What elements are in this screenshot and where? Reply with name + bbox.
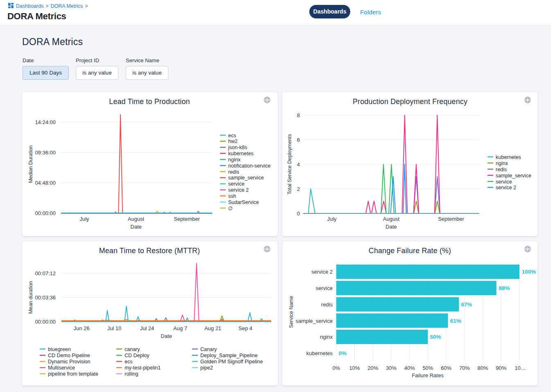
svg-text:July: July [79, 216, 89, 222]
svg-text:Date: Date [161, 333, 172, 339]
svg-text:90%: 90% [496, 365, 506, 371]
svg-text:service: service [496, 179, 512, 185]
svg-text:Production Deployment Frequenc: Production Deployment Frequency [353, 97, 467, 106]
svg-text:kubernetes: kubernetes [228, 151, 254, 156]
svg-text:pipeline from template: pipeline from template [48, 371, 98, 377]
svg-text:61%: 61% [450, 318, 461, 324]
svg-text:20%: 20% [367, 365, 378, 371]
svg-text:0%: 0% [339, 350, 347, 356]
svg-text:09:36:00: 09:36:00 [35, 150, 56, 156]
svg-text:redis: redis [228, 169, 239, 175]
svg-text:Mean Time to Restore (MTTR): Mean Time to Restore (MTTR) [99, 247, 200, 255]
svg-text:00:03:36: 00:03:36 [35, 295, 56, 301]
svg-text:00:00:00: 00:00:00 [35, 210, 56, 216]
svg-text:Service Name: Service Name [288, 296, 294, 328]
svg-text:CD Demo Pipeline: CD Demo Pipeline [48, 353, 90, 358]
svg-text:Aug 7: Aug 7 [173, 325, 187, 331]
svg-text:pipe2: pipe2 [200, 365, 213, 371]
svg-text:hw2: hw2 [228, 138, 238, 144]
svg-text:CD Deploy: CD Deploy [125, 353, 150, 358]
svg-text:Total Service Deployments: Total Service Deployments [287, 134, 293, 195]
svg-text:nginx: nginx [496, 161, 508, 166]
svg-text:0: 0 [297, 211, 300, 217]
svg-text:Failure Rates: Failure Rates [412, 372, 444, 378]
svg-text:50%: 50% [422, 365, 433, 371]
svg-text:canary: canary [125, 347, 140, 352]
svg-text:ecs: ecs [125, 359, 132, 365]
svg-text:70%: 70% [459, 365, 470, 371]
svg-text:August: August [383, 216, 400, 222]
svg-text:40%: 40% [404, 365, 415, 371]
svg-text:50%: 50% [430, 334, 441, 340]
svg-text:Lead Time to Production: Lead Time to Production [109, 97, 190, 106]
svg-text:rolling: rolling [125, 371, 138, 377]
svg-text:kubernetes: kubernetes [306, 350, 333, 356]
svg-text:Golden PM Signoff Pipeline: Golden PM Signoff Pipeline [200, 359, 263, 365]
svg-text:10%: 10% [349, 365, 360, 371]
svg-text:80%: 80% [478, 365, 488, 371]
svg-text:Canary: Canary [200, 347, 217, 352]
svg-text:88%: 88% [499, 285, 510, 291]
svg-text:my-test-pipelin1: my-test-pipelin1 [125, 365, 161, 371]
svg-text:Jun 26: Jun 26 [73, 325, 89, 331]
svg-text:Dynamic Provision: Dynamic Provision [48, 359, 91, 365]
svg-text:sample_service: sample_service [296, 318, 333, 324]
svg-text:service: service [316, 285, 333, 291]
svg-text:Sep 4: Sep 4 [238, 325, 252, 331]
svg-text:service: service [228, 181, 245, 187]
svg-text:service 2: service 2 [311, 269, 333, 275]
svg-text:redis: redis [321, 301, 333, 308]
svg-text:67%: 67% [461, 301, 472, 308]
svg-text:60%: 60% [441, 365, 451, 371]
svg-text:service 2: service 2 [496, 185, 516, 190]
svg-text:Date: Date [385, 224, 397, 230]
svg-text:6: 6 [297, 137, 300, 143]
svg-text:kubernetes: kubernetes [496, 154, 521, 160]
svg-text:30%: 30% [386, 365, 397, 371]
svg-text:August: August [128, 216, 145, 222]
svg-text:Deploy_Sample_Pipeline: Deploy_Sample_Pipeline [200, 353, 258, 358]
svg-text:14:24:00: 14:24:00 [35, 119, 56, 125]
svg-text:service 2: service 2 [228, 187, 249, 193]
svg-text:Date: Date [130, 224, 141, 230]
svg-text:September: September [438, 216, 464, 222]
svg-text:0%: 0% [332, 365, 340, 371]
svg-text:ecs: ecs [228, 133, 236, 138]
svg-text:nginx: nginx [320, 334, 333, 340]
svg-text:4: 4 [297, 161, 300, 168]
svg-text:Median Duration: Median Duration [28, 145, 34, 183]
svg-text:Change Failure Rate (%): Change Failure Rate (%) [369, 247, 451, 255]
svg-text:bluegreen: bluegreen [48, 347, 71, 352]
svg-text:July: July [327, 216, 337, 222]
svg-text:Aug 21: Aug 21 [204, 325, 221, 331]
svg-text:redis: redis [496, 167, 507, 172]
svg-text:10…: 10… [515, 365, 526, 371]
svg-text:json-k8s: json-k8s [228, 145, 247, 150]
svg-text:Multiservice: Multiservice [48, 365, 75, 371]
svg-text:ssh: ssh [228, 193, 236, 199]
svg-text:00:07:12: 00:07:12 [35, 270, 56, 276]
svg-text:2: 2 [297, 186, 300, 192]
svg-text:Mean duration: Mean duration [28, 281, 34, 314]
svg-text:Jul 10: Jul 10 [107, 325, 122, 331]
svg-text:100%: 100% [522, 269, 536, 275]
svg-text:notification-service: notification-service [228, 163, 271, 169]
svg-text:sample_service: sample_service [496, 173, 531, 179]
svg-text:Jul 24: Jul 24 [140, 325, 154, 331]
svg-text:04:48:00: 04:48:00 [35, 180, 56, 186]
svg-text:nginx: nginx [228, 157, 241, 163]
svg-text:sample_service: sample_service [228, 175, 264, 181]
svg-text:SudarService: SudarService [228, 199, 259, 205]
svg-text:∅: ∅ [228, 206, 233, 211]
svg-text:00:00:00: 00:00:00 [35, 319, 56, 325]
svg-text:8: 8 [297, 112, 300, 118]
svg-text:September: September [174, 216, 200, 222]
